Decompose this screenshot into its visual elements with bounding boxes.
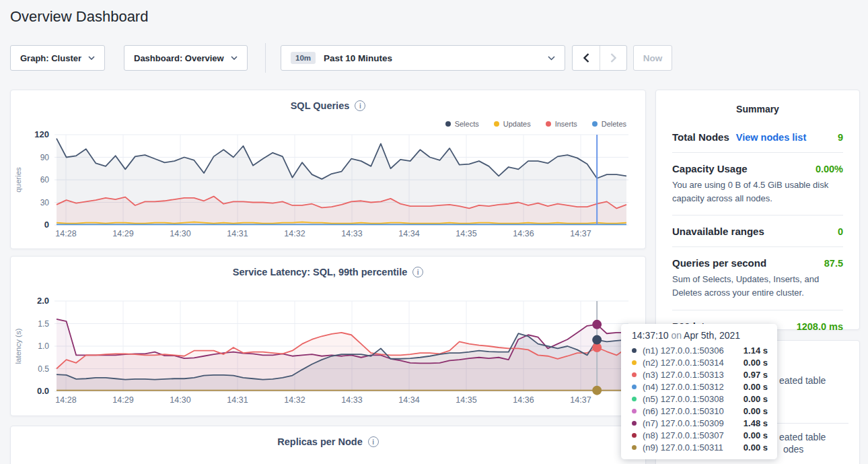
now-button[interactable]: Now [633, 45, 672, 71]
svg-text:30: 30 [40, 198, 50, 207]
tooltip-node-value: 0.00 s [744, 358, 768, 368]
svg-text:14:30: 14:30 [170, 395, 190, 405]
dashboard-dropdown[interactable]: Dashboard: Overview [124, 45, 248, 71]
capacity-usage-label: Capacity Usage [672, 163, 748, 174]
tooltip-row: (n7) 127.0.0.1:503091.48 s [632, 417, 768, 429]
toolbar-divider [265, 43, 266, 73]
time-step-buttons [572, 45, 627, 71]
tooltip-row: (n1) 127.0.0.1:503061.14 s [632, 344, 768, 356]
svg-text:14:33: 14:33 [341, 395, 362, 405]
series-color-dot [632, 433, 637, 438]
tooltip-node-value: 0.00 s [744, 406, 768, 416]
tooltip-timestamp: 14:37:10 on Apr 5th, 2021 [632, 330, 768, 341]
series-color-dot [632, 421, 637, 426]
tooltip-node-value: 1.14 s [744, 345, 768, 356]
info-icon[interactable]: i [368, 436, 379, 447]
svg-text:14:36: 14:36 [513, 395, 534, 405]
queries-per-second-value: 87.5 [824, 258, 843, 269]
total-nodes-value: 9 [838, 132, 843, 143]
tooltip-row: (n9) 127.0.0.1:503110.00 s [632, 441, 768, 453]
svg-text:0: 0 [44, 220, 49, 230]
svg-text:14:30: 14:30 [170, 229, 190, 238]
page-title: Overview Dashboard [10, 8, 148, 26]
chart-hover-tooltip: 14:37:10 on Apr 5th, 2021 (n1) 127.0.0.1… [621, 324, 777, 459]
tooltip-row: (n8) 127.0.0.1:503070.00 s [632, 429, 768, 441]
series-color-dot [632, 385, 637, 389]
summary-panel: Summary Total Nodes View nodes list 9 Ca… [655, 90, 860, 330]
tooltip-node-value: 0.00 s [744, 442, 768, 453]
svg-text:14:32: 14:32 [284, 229, 305, 238]
sql-queries-chart-card: SQL Queries i SelectsUpdatesInsertsDelet… [10, 90, 646, 249]
svg-text:14:31: 14:31 [227, 395, 248, 405]
svg-text:0.0: 0.0 [37, 386, 49, 396]
tooltip-row: (n4) 127.0.0.1:503120.00 s [632, 380, 768, 393]
svg-text:14:36: 14:36 [513, 229, 534, 238]
svg-text:0.5: 0.5 [38, 364, 49, 374]
tooltip-row: (n5) 127.0.0.1:503080.00 s [632, 393, 768, 405]
svg-text:queries: queries [14, 167, 22, 193]
tooltip-node-label: (n5) 127.0.0.1:50308 [643, 394, 724, 404]
graph-dropdown-label: Graph: Cluster [20, 53, 81, 63]
tooltip-node-value: 1.48 s [744, 418, 768, 428]
svg-text:14:35: 14:35 [456, 395, 476, 405]
time-range-badge: 10m [291, 52, 316, 64]
series-color-dot [632, 409, 637, 413]
svg-text:60: 60 [40, 175, 50, 185]
series-color-dot [632, 360, 637, 365]
tooltip-node-value: 0.00 s [744, 394, 768, 404]
svg-text:14:34: 14:34 [398, 229, 419, 238]
series-color-dot [632, 348, 637, 353]
service-latency-chart-card: Service Latency: SQL, 99th percentile i … [10, 256, 646, 416]
capacity-usage-value: 0.00% [816, 164, 843, 174]
tooltip-node-label: (n8) 127.0.0.1:50307 [643, 430, 724, 440]
p99-latency-value: 1208.0 ms [797, 321, 843, 332]
event-item-text[interactable]: odes [783, 444, 803, 455]
total-nodes-label: Total Nodes [672, 131, 729, 143]
time-range-dropdown[interactable]: 10m Past 10 Minutes [281, 45, 565, 71]
svg-text:120: 120 [34, 129, 49, 139]
svg-text:14:28: 14:28 [55, 229, 76, 238]
service-latency-plot[interactable]: 14:2814:2914:3014:3114:3214:3314:3414:35… [11, 257, 647, 416]
tooltip-node-label: (n7) 127.0.0.1:50309 [643, 418, 724, 428]
tooltip-row: (n2) 127.0.0.1:503140.00 s [632, 356, 768, 368]
svg-text:14:28: 14:28 [55, 395, 76, 405]
sql-queries-plot[interactable]: 14:2814:2914:3014:3114:3214:3314:3414:35… [11, 90, 647, 248]
svg-text:latency (s): latency (s) [14, 328, 22, 364]
chevron-down-icon [548, 56, 555, 61]
tooltip-node-label: (n6) 127.0.0.1:50310 [643, 406, 724, 416]
summary-row-unavailable-ranges: Unavailable ranges 0 [672, 216, 843, 247]
tooltip-node-label: (n1) 127.0.0.1:50306 [643, 345, 724, 356]
event-item-text[interactable]: eated table [779, 375, 826, 386]
capacity-usage-description: You are using 0 B of 4.5 GiB usable disk… [672, 178, 843, 205]
series-color-dot [632, 397, 637, 401]
next-time-button[interactable] [600, 46, 626, 70]
replicas-per-node-chart-card: Replicas per Node i [10, 426, 646, 464]
summary-row-total-nodes: Total Nodes View nodes list 9 [672, 121, 843, 153]
summary-row-qps: Queries per second 87.5 Sum of Selects, … [672, 247, 843, 310]
queries-per-second-description: Sum of Selects, Updates, Inserts, and De… [672, 273, 843, 300]
view-nodes-list-link[interactable]: View nodes list [736, 132, 807, 143]
tooltip-row: (n6) 127.0.0.1:503100.00 s [632, 405, 768, 417]
replicas-per-node-chart-title: Replicas per Node [277, 436, 363, 447]
tooltip-node-value: 0.00 s [744, 382, 768, 392]
svg-text:2.0: 2.0 [37, 296, 49, 306]
svg-text:1.5: 1.5 [38, 319, 49, 329]
event-item-text[interactable]: eated table [779, 432, 826, 442]
prev-time-button[interactable] [573, 46, 600, 70]
dashboard-dropdown-label: Dashboard: Overview [134, 53, 224, 63]
tooltip-node-label: (n3) 127.0.0.1:50313 [643, 370, 724, 380]
svg-text:14:29: 14:29 [112, 229, 133, 238]
graph-dropdown[interactable]: Graph: Cluster [10, 45, 105, 71]
summary-heading: Summary [656, 90, 859, 121]
tooltip-node-label: (n4) 127.0.0.1:50312 [643, 382, 724, 392]
svg-text:14:37: 14:37 [570, 395, 591, 405]
svg-text:14:31: 14:31 [227, 229, 248, 238]
series-color-dot [632, 372, 637, 377]
svg-text:90: 90 [40, 153, 50, 162]
tooltip-row: (n3) 127.0.0.1:503130.97 s [632, 368, 768, 380]
svg-text:14:37: 14:37 [570, 229, 591, 238]
series-color-dot [632, 445, 637, 450]
chevron-down-icon [88, 56, 95, 60]
tooltip-node-label: (n2) 127.0.0.1:50314 [643, 358, 724, 368]
unavailable-ranges-value: 0 [838, 226, 843, 237]
